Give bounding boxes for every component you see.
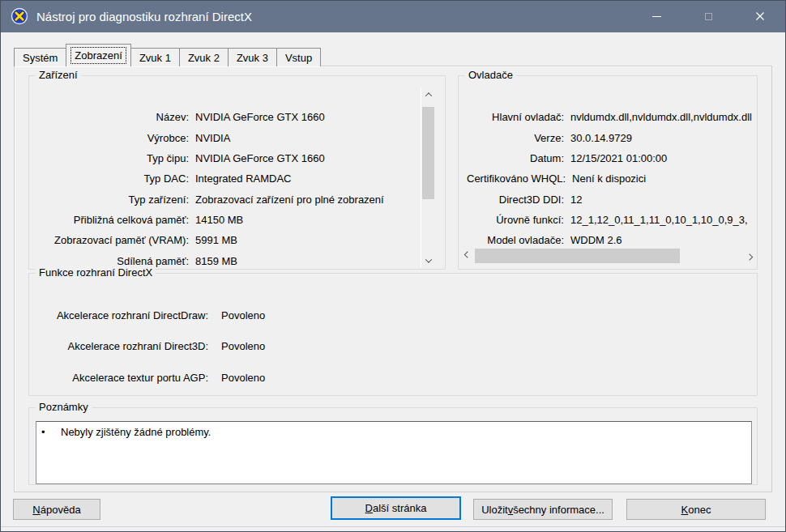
tab-label: Zobrazení (71, 48, 126, 63)
field-label: Datum: (467, 152, 564, 164)
chevron-right-icon (746, 253, 753, 260)
tab-sound-2[interactable]: Zvuk 2 (179, 48, 229, 66)
field-label: Direct3D DDI: (467, 194, 564, 206)
tab-label: Zvuk 2 (188, 52, 220, 64)
device-info-list: Název:NVIDIA GeForce GTX 1660 Výrobce:NV… (37, 107, 411, 271)
tab-display[interactable]: Zobrazení (66, 44, 131, 66)
tab-system[interactable]: Systém (14, 48, 66, 66)
next-page-button[interactable]: Další stránka (331, 496, 461, 520)
minimize-icon (652, 16, 661, 17)
button-label-part: šechny informace... (513, 504, 604, 516)
field-label: Akcelerace rozhraní Direct3D: (37, 340, 208, 352)
button-label-part: onec (688, 504, 711, 516)
field-label: Certifikováno WHQL: (467, 172, 566, 185)
field-label: Hlavní ovladač: (467, 111, 564, 123)
device-row: Výrobce:NVIDIA (37, 127, 411, 147)
device-row: Typ DAC:Integrated RAMDAC (37, 168, 411, 189)
device-vertical-scrollbar[interactable] (421, 87, 434, 267)
field-label: Sdílená paměť: (37, 255, 189, 267)
field-value: 12 (570, 194, 752, 206)
features-list: Akcelerace rozhraní DirectDraw:Povoleno … (37, 300, 749, 394)
field-label: Verze: (467, 132, 564, 144)
directx-icon (11, 7, 28, 25)
bullet-icon: • (41, 426, 61, 438)
driver-row: Datum:12/15/2021 01:00:00 (467, 148, 752, 168)
feature-row: Akcelerace rozhraní Direct3D:Povoleno (37, 331, 749, 363)
device-groupbox: Zařízení Název:NVIDIA GeForce GTX 1660 V… (28, 75, 446, 270)
device-row: Přibližná celková paměť:14150 MB (37, 210, 411, 230)
button-label-mnemonic: D (365, 502, 373, 514)
scroll-left-button[interactable] (460, 248, 475, 264)
minimize-button[interactable] (630, 0, 682, 32)
field-value: 12_1,12_0,11_1,11_0,10_1,10_0,9_3, (570, 214, 752, 226)
scroll-right-button[interactable] (742, 248, 757, 264)
tab-label: Vstup (285, 52, 312, 64)
note-text: Nebyly zjištěny žádné problémy. (61, 426, 211, 438)
device-group-title: Zařízení (36, 69, 81, 81)
feature-row: Akcelerace textur portu AGP:Povoleno (37, 362, 749, 394)
title-bar: Nástroj pro diagnostiku rozhraní DirectX (0, 0, 786, 32)
field-label: Model ovladače: (467, 234, 564, 246)
tab-sound-3[interactable]: Zvuk 3 (228, 48, 277, 66)
driver-row: Verze:30.0.14.9729 (467, 127, 752, 147)
device-row: Název:NVIDIA GeForce GTX 1660 (37, 107, 411, 127)
field-value: nvldumdx.dll,nvldumdx.dll,nvldumdx.dll, (570, 111, 752, 123)
field-label: Typ DAC: (37, 172, 189, 185)
help-button[interactable]: Nápověda (13, 499, 100, 520)
field-label: Typ zařízení: (37, 194, 189, 206)
drivers-groupbox: Ovladače Hlavní ovladač:nvldumdx.dll,nvl… (458, 75, 758, 270)
scroll-down-button[interactable] (421, 253, 435, 267)
tab-label: Zvuk 1 (139, 52, 171, 64)
driver-row: Úrovně funkcí:12_1,12_0,11_1,11_0,10_1,1… (467, 210, 752, 230)
field-label: Typ čipu: (37, 152, 189, 164)
field-value: Povoleno (221, 340, 749, 352)
field-value: 14150 MB (195, 214, 411, 226)
device-row: Zobrazovací paměť (VRAM):5991 MB (37, 230, 411, 250)
button-label-part: Uložit (481, 504, 508, 516)
notes-group-title: Poznámky (36, 401, 92, 413)
field-label: Akcelerace textur portu AGP: (37, 372, 208, 384)
close-icon (755, 11, 765, 21)
bottom-edge-divider (1, 526, 785, 527)
caption-buttons (630, 0, 786, 32)
tab-input[interactable]: Vstup (276, 48, 321, 66)
exit-button[interactable]: Konec (626, 499, 766, 520)
field-value: Zobrazovací zařízení pro plné zobrazení (195, 194, 411, 206)
tab-label: Zvuk 3 (237, 52, 268, 64)
features-group-title: Funkce rozhraní DirectX (36, 266, 156, 279)
drivers-horizontal-scrollbar[interactable] (460, 248, 757, 264)
field-value: WDDM 2.6 (570, 234, 752, 246)
tab-label: Systém (23, 52, 58, 64)
notes-listbox[interactable]: • Nebyly zjištěny žádné problémy. (36, 421, 752, 484)
field-value: 12/15/2021 01:00:00 (570, 152, 752, 164)
field-label: Zobrazovací paměť (VRAM): (37, 234, 189, 246)
tab-sound-1[interactable]: Zvuk 1 (130, 48, 180, 66)
button-label-mnemonic: N (32, 504, 40, 516)
button-label-part: alší stránka (373, 502, 426, 514)
save-all-information-button[interactable]: Uložit všechny informace... (473, 499, 613, 520)
field-label: Přibližná celková paměť: (37, 214, 189, 226)
scroll-up-button[interactable] (421, 87, 435, 101)
button-label-part: ápověda (41, 504, 81, 516)
field-value: 30.0.14.9729 (570, 132, 752, 144)
device-row: Typ zařízení:Zobrazovací zařízení pro pl… (37, 189, 411, 209)
scrollbar-thumb[interactable] (475, 249, 680, 263)
field-value: NVIDIA GeForce GTX 1660 (195, 111, 411, 123)
chevron-up-icon (425, 92, 431, 99)
drivers-group-title: Ovladače (465, 69, 516, 81)
field-value: Povoleno (221, 372, 749, 384)
device-row: Typ čipu:NVIDIA GeForce GTX 1660 (37, 148, 411, 168)
scrollbar-thumb[interactable] (422, 107, 434, 199)
drivers-info-list: Hlavní ovladač:nvldumdx.dll,nvldumdx.dll… (467, 107, 752, 250)
field-value: 5991 MB (195, 234, 411, 246)
driver-row: Certifikováno WHQL:Není k dispozici (467, 168, 752, 189)
field-value: NVIDIA GeForce GTX 1660 (195, 152, 411, 164)
tab-strip: Systém Zobrazení Zvuk 1 Zvuk 2 Zvuk 3 Vs… (14, 44, 321, 66)
directx-features-groupbox: Funkce rozhraní DirectX Akcelerace rozhr… (28, 273, 758, 396)
close-button[interactable] (734, 0, 786, 32)
driver-row: Direct3D DDI:12 (467, 189, 752, 209)
feature-row: Akcelerace rozhraní DirectDraw:Povoleno (37, 300, 749, 331)
note-item: • Nebyly zjištěny žádné problémy. (36, 422, 751, 438)
field-label: Výrobce: (37, 132, 189, 144)
notes-groupbox: Poznámky • Nebyly zjištěny žádné problém… (28, 407, 758, 485)
